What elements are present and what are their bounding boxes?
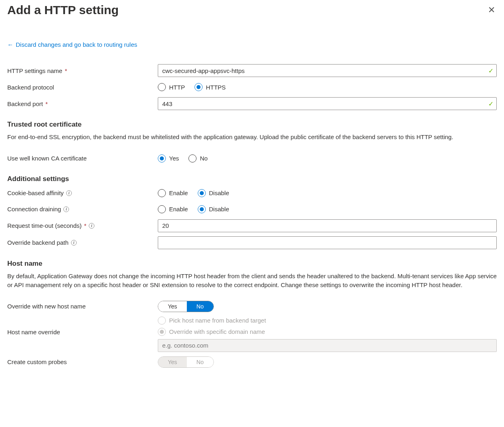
custom-probes-label: Create custom probes (7, 358, 67, 365)
cookie-affinity-label: Cookie-based affinity (7, 190, 64, 196)
info-icon[interactable]: i (63, 206, 69, 212)
override-path-label: Override backend path (7, 239, 69, 246)
cookie-enable-text: Enable (169, 190, 188, 196)
override-host-label: Override with new host name (7, 303, 86, 310)
drain-disable-text: Disable (209, 206, 229, 212)
timeout-input[interactable] (158, 219, 497, 232)
specific-host-text: Override with specific domain name (169, 328, 265, 335)
settings-name-label: HTTP settings name (7, 67, 62, 74)
ca-no-text: No (200, 155, 207, 162)
info-icon[interactable]: i (71, 240, 77, 246)
check-icon: ✓ (488, 100, 494, 108)
protocol-http-radio[interactable]: HTTP (158, 83, 185, 91)
required-marker: * (84, 222, 86, 229)
settings-name-input[interactable] (158, 64, 497, 77)
override-path-input[interactable] (158, 236, 497, 249)
override-host-yes[interactable]: Yes (158, 301, 187, 312)
hostname-heading: Host name (7, 260, 497, 268)
page-title: Add a HTTP setting (7, 3, 119, 17)
additional-settings-heading: Additional settings (7, 175, 497, 183)
custom-probes-yes: Yes (158, 357, 187, 367)
ca-yes-text: Yes (169, 155, 179, 162)
close-icon[interactable]: ✕ (486, 4, 497, 16)
override-host-no[interactable]: No (187, 301, 213, 312)
hostname-input (158, 339, 497, 352)
protocol-http-text: HTTP (169, 84, 185, 91)
info-icon[interactable]: i (89, 223, 94, 229)
pick-host-text: Pick host name from backend target (169, 317, 266, 324)
required-marker: * (65, 67, 67, 74)
required-marker: * (45, 100, 48, 107)
cookie-disable-text: Disable (209, 190, 229, 196)
cookie-disable-radio[interactable]: Disable (198, 189, 229, 197)
hostname-desc: By default, Application Gateway does not… (7, 272, 497, 290)
info-icon[interactable]: i (66, 190, 72, 196)
drain-disable-radio[interactable]: Disable (198, 205, 229, 213)
discard-link-text: Discard changes and go back to routing r… (16, 41, 137, 48)
arrow-left-icon: ← (7, 41, 13, 48)
backend-protocol-label: Backend protocol (7, 84, 54, 91)
ca-yes-radio[interactable]: Yes (158, 154, 179, 162)
pick-host-radio: Pick host name from backend target (158, 317, 497, 325)
hostname-override-label: Host name override (7, 329, 60, 335)
backend-port-input[interactable] (158, 97, 497, 110)
protocol-https-radio[interactable]: HTTPS (194, 83, 226, 91)
discard-link[interactable]: ← Discard changes and go back to routing… (7, 41, 137, 48)
specific-host-radio: Override with specific domain name (158, 328, 497, 336)
drain-enable-text: Enable (169, 206, 188, 212)
custom-probes-toggle: Yes No (158, 356, 214, 368)
drain-enable-radio[interactable]: Enable (158, 205, 188, 213)
custom-probes-no: No (187, 357, 213, 367)
well-known-ca-label: Use well known CA certificate (7, 155, 87, 162)
check-icon: ✓ (488, 67, 494, 75)
protocol-https-text: HTTPS (206, 84, 226, 91)
backend-port-label: Backend port (7, 100, 43, 107)
trusted-root-desc: For end-to-end SSL encryption, the backe… (7, 133, 497, 142)
cookie-enable-radio[interactable]: Enable (158, 189, 188, 197)
override-host-toggle[interactable]: Yes No (158, 301, 214, 312)
conn-drain-label: Connection draining (7, 206, 61, 212)
ca-no-radio[interactable]: No (188, 154, 207, 162)
timeout-label: Request time-out (seconds) (7, 222, 82, 229)
trusted-root-heading: Trusted root certificate (7, 121, 497, 129)
